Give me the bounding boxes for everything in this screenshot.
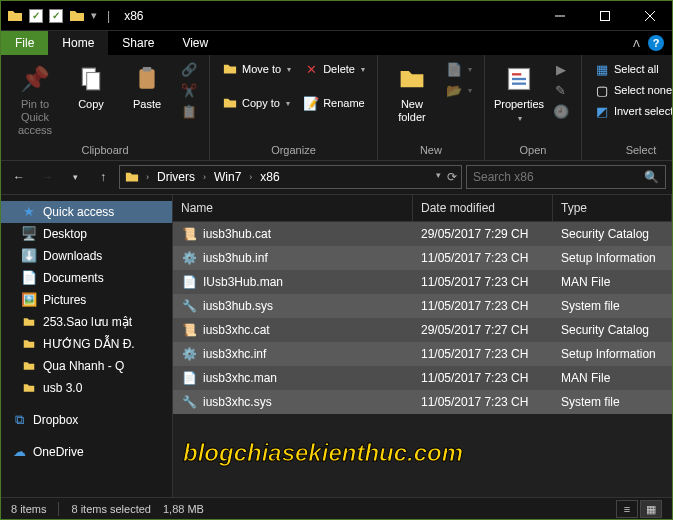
tab-file[interactable]: File (1, 31, 48, 55)
tab-home[interactable]: Home (48, 31, 108, 55)
sidebar-quick-access[interactable]: ★Quick access (1, 201, 172, 223)
file-type: System file (553, 295, 672, 317)
sidebar-folder-2[interactable]: HƯỚNG DẪN Đ. (1, 333, 172, 355)
search-box[interactable]: 🔍 (466, 165, 666, 189)
file-icon: 📜 (181, 226, 197, 242)
address-dropdown-icon[interactable]: ▾ (436, 170, 441, 184)
copy-icon (75, 63, 107, 95)
qa-check-2[interactable]: ✓ (49, 9, 63, 23)
col-name-header[interactable]: Name (173, 195, 413, 221)
tab-view[interactable]: View (168, 31, 222, 55)
chevron-right-icon[interactable]: › (144, 172, 151, 182)
table-row[interactable]: 🔧iusb3hub.sys11/05/2017 7:23 CHSystem fi… (173, 294, 672, 318)
col-date-header[interactable]: Date modified (413, 195, 553, 221)
properties-button[interactable]: Properties▾ (493, 59, 545, 128)
sidebar-pictures[interactable]: 🖼️Pictures (1, 289, 172, 311)
table-row[interactable]: ⚙️iusb3xhc.inf11/05/2017 7:23 CHSetup In… (173, 342, 672, 366)
file-icon: 📜 (181, 322, 197, 338)
pin-quick-access-button[interactable]: 📌 Pin to Quick access (9, 59, 61, 142)
qa-dropdown-icon[interactable]: ▾ (91, 9, 97, 22)
search-icon: 🔍 (644, 170, 659, 184)
table-row[interactable]: 📄iusb3xhc.man11/05/2017 7:23 CHMAN File (173, 366, 672, 390)
history-button[interactable]: 🕘 (549, 101, 573, 121)
file-list: Name Date modified Type 📜iusb3hub.cat29/… (173, 195, 672, 497)
refresh-icon[interactable]: ⟳ (447, 170, 457, 184)
chevron-right-icon[interactable]: › (201, 172, 208, 182)
copy-path-button[interactable]: 🔗 (177, 59, 201, 79)
titlebar: ✓ ✓ ▾ | x86 (1, 1, 672, 31)
invert-selection-button[interactable]: ◩Invert selection (590, 101, 673, 121)
help-icon[interactable]: ? (648, 35, 664, 51)
easy-access-button[interactable]: 📂▾ (442, 80, 476, 100)
file-type: Security Catalog (553, 223, 672, 245)
qa-check-1[interactable]: ✓ (29, 9, 43, 23)
view-large-button[interactable]: ▦ (640, 500, 662, 518)
rename-button[interactable]: 📝Rename (299, 93, 369, 113)
paste-shortcut-button[interactable]: 📋 (177, 101, 201, 121)
collapse-ribbon-icon[interactable]: ᐱ (633, 38, 640, 49)
edit-button[interactable]: ✎ (549, 80, 573, 100)
back-button[interactable]: ← (7, 165, 31, 189)
forward-button[interactable]: → (35, 165, 59, 189)
select-none-button[interactable]: ▢Select none (590, 80, 673, 100)
new-folder-button[interactable]: New folder (386, 59, 438, 128)
svg-rect-1 (600, 11, 609, 20)
crumb-x86[interactable]: x86 (256, 170, 283, 184)
star-icon: ★ (21, 204, 37, 220)
file-date: 11/05/2017 7:23 CH (413, 295, 553, 317)
move-to-button[interactable]: Move to▾ (218, 59, 295, 79)
delete-button[interactable]: ✕Delete▾ (299, 59, 369, 79)
file-icon: 🔧 (181, 394, 197, 410)
search-input[interactable] (473, 170, 644, 184)
folder-icon (124, 170, 140, 184)
file-icon: 📄 (181, 370, 197, 386)
up-button[interactable]: ↑ (91, 165, 115, 189)
new-item-button[interactable]: 📄▾ (442, 59, 476, 79)
sidebar-desktop[interactable]: 🖥️Desktop (1, 223, 172, 245)
sidebar-folder-1[interactable]: 253.Sao lưu mật (1, 311, 172, 333)
group-clipboard: 📌 Pin to Quick access Copy Paste 🔗 ✂️ 📋 … (1, 55, 210, 160)
paste-button[interactable]: Paste (121, 59, 173, 115)
dropbox-icon: ⧉ (11, 412, 27, 428)
copy-to-button[interactable]: Copy to▾ (218, 93, 295, 113)
col-type-header[interactable]: Type (553, 195, 672, 221)
list-header: Name Date modified Type (173, 195, 672, 222)
table-row[interactable]: ⚙️iusb3hub.inf11/05/2017 7:23 CHSetup In… (173, 246, 672, 270)
cut-button[interactable]: ✂️ (177, 80, 201, 100)
watermark: blogchiasekienthuc.com (183, 439, 463, 467)
chevron-right-icon[interactable]: › (247, 172, 254, 182)
file-name: iusb3xhc.sys (203, 395, 272, 409)
close-button[interactable] (627, 1, 672, 31)
crumb-win7[interactable]: Win7 (210, 170, 245, 184)
crumb-drivers[interactable]: Drivers (153, 170, 199, 184)
shortcut-icon: 📋 (181, 103, 197, 119)
view-details-button[interactable]: ≡ (616, 500, 638, 518)
sidebar-folder-3[interactable]: Qua Nhanh - Q (1, 355, 172, 377)
sidebar: ★Quick access 🖥️Desktop ⬇️Downloads 📄Doc… (1, 195, 173, 497)
sidebar-documents[interactable]: 📄Documents (1, 267, 172, 289)
address-bar[interactable]: › Drivers › Win7 › x86 ▾ ⟳ (119, 165, 462, 189)
table-row[interactable]: 📄IUsb3Hub.man11/05/2017 7:23 CHMAN File (173, 270, 672, 294)
select-all-button[interactable]: ▦Select all (590, 59, 673, 79)
minimize-button[interactable] (537, 1, 582, 31)
tab-share[interactable]: Share (108, 31, 168, 55)
maximize-button[interactable] (582, 1, 627, 31)
folder-icon (7, 8, 23, 24)
sidebar-folder-4[interactable]: usb 3.0 (1, 377, 172, 399)
copy-button[interactable]: Copy (65, 59, 117, 115)
desktop-icon: 🖥️ (21, 226, 37, 242)
sidebar-onedrive[interactable]: ☁OneDrive (1, 441, 172, 463)
sidebar-downloads[interactable]: ⬇️Downloads (1, 245, 172, 267)
table-row[interactable]: 🔧iusb3xhc.sys11/05/2017 7:23 CHSystem fi… (173, 390, 672, 414)
recent-dropdown-icon[interactable]: ▾ (63, 165, 87, 189)
file-date: 29/05/2017 7:29 CH (413, 223, 553, 245)
file-icon: ⚙️ (181, 250, 197, 266)
open-button[interactable]: ▶ (549, 59, 573, 79)
sidebar-dropbox[interactable]: ⧉Dropbox (1, 409, 172, 431)
group-select: ▦Select all ▢Select none ◩Invert selecti… (582, 55, 673, 160)
file-name: iusb3xhc.cat (203, 323, 270, 337)
table-row[interactable]: 📜iusb3hub.cat29/05/2017 7:29 CHSecurity … (173, 222, 672, 246)
table-row[interactable]: 📜iusb3xhc.cat29/05/2017 7:27 CHSecurity … (173, 318, 672, 342)
copy-to-icon (222, 95, 238, 111)
svg-rect-6 (139, 69, 154, 89)
